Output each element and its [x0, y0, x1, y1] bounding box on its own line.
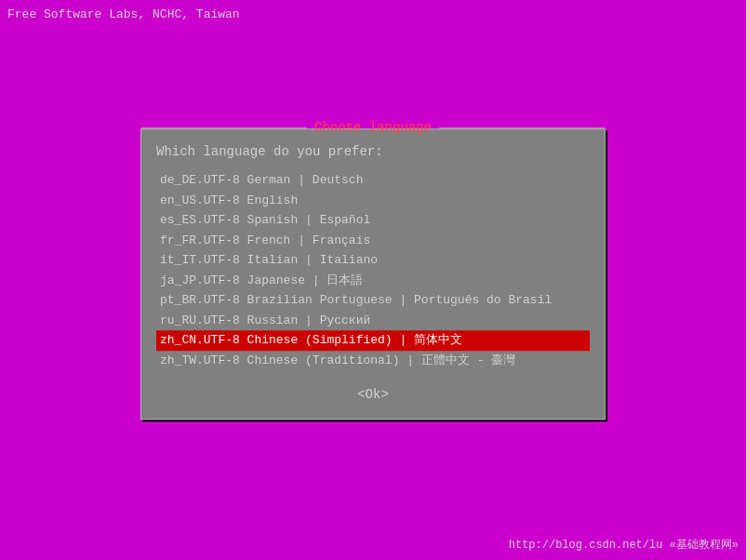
top-bar: Free Software Labs, NCHC, Taiwan [7, 7, 240, 21]
language-item-fr[interactable]: fr_FR.UTF-8 French | Français [156, 231, 590, 250]
dialog-title: Choose language [307, 120, 439, 135]
bottom-right-text: http://blog.csdn.net/lu «基础教程网» [509, 537, 739, 553]
language-item-ja[interactable]: ja_JP.UTF-8 Japanese | 日本語 [156, 271, 590, 291]
language-list: de_DE.UTF-8 German | Deutschen_US.UTF-8 … [156, 170, 590, 370]
title-line-left [141, 127, 307, 128]
language-item-de[interactable]: de_DE.UTF-8 German | Deutsch [156, 170, 590, 191]
language-item-es[interactable]: es_ES.UTF-8 Spanish | Español [156, 210, 590, 231]
language-item-zh_tw[interactable]: zh_TW.UTF-8 Chinese (Traditional) | 正體中文… [156, 351, 590, 371]
dialog-body: Which language do you prefer: de_DE.UTF-… [141, 140, 605, 419]
language-item-pt[interactable]: pt_BR.UTF-8 Brazilian Portuguese | Portu… [156, 290, 590, 311]
dialog-container: Choose language Which language do you pr… [140, 128, 606, 420]
ok-button[interactable]: <Ok> [350, 385, 396, 404]
language-item-en[interactable]: en_US.UTF-8 English [156, 191, 590, 211]
language-item-zh_cn[interactable]: zh_CN.UTF-8 Chinese (Simplified) | 简体中文 [156, 330, 590, 351]
title-line-right [439, 127, 605, 128]
language-item-ru[interactable]: ru_RU.UTF-8 Russian | Русский [156, 311, 590, 331]
language-item-it[interactable]: it_IT.UTF-8 Italian | Italiano [156, 250, 590, 271]
dialog-title-bar: Choose language [141, 120, 605, 135]
dialog-subtitle: Which language do you prefer: [156, 144, 590, 159]
ok-button-row: <Ok> [156, 385, 590, 404]
